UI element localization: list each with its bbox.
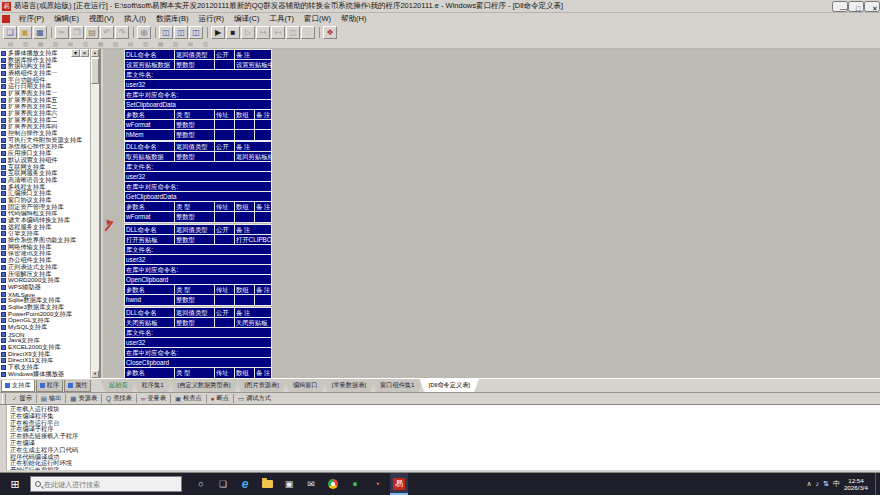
table-cell[interactable] bbox=[255, 295, 271, 305]
store-icon[interactable]: ▣ bbox=[280, 473, 298, 495]
secondary-toolbar-button[interactable]: ▧ bbox=[109, 40, 122, 48]
library-item[interactable]: 高清晰语音支持库 bbox=[0, 177, 90, 184]
menu-item[interactable]: 编译(C) bbox=[229, 14, 264, 24]
table-cell[interactable]: user32 bbox=[125, 338, 271, 347]
window-layout-2-button[interactable]: ◫ bbox=[174, 26, 188, 39]
taskbar-search[interactable] bbox=[30, 476, 182, 492]
maximize-button[interactable]: □ bbox=[848, 1, 864, 12]
library-item[interactable]: WORD2000支持库 bbox=[0, 277, 90, 284]
checkpoint-button[interactable]: ▣检查点 bbox=[172, 394, 205, 404]
table-cell[interactable]: 返回剪贴板格式的内容 bbox=[235, 152, 271, 161]
library-item[interactable]: 扩展界面支持库三 bbox=[0, 104, 90, 111]
clock[interactable]: 12:54 2026/3/4 bbox=[844, 477, 868, 491]
secondary-toolbar-button[interactable]: ▦ bbox=[94, 40, 107, 48]
document-tab[interactable]: [Dll命令定义表] bbox=[419, 379, 479, 392]
resource-table-button[interactable]: ▦资源表 bbox=[67, 394, 100, 404]
table-cell[interactable]: hMem bbox=[125, 130, 175, 140]
secondary-toolbar-button[interactable]: ▧ bbox=[169, 40, 182, 48]
window-layout-1-button[interactable]: ◫ bbox=[159, 26, 173, 39]
table-cell[interactable] bbox=[235, 130, 255, 140]
library-item[interactable]: 谚文本编码转换支持库 bbox=[0, 217, 90, 224]
library-item[interactable]: 互联网服务支持库 bbox=[0, 170, 90, 177]
table-cell[interactable] bbox=[215, 235, 235, 244]
table-cell[interactable] bbox=[255, 212, 271, 222]
library-item[interactable]: 窗口协议支持库 bbox=[0, 197, 90, 204]
library-item[interactable]: 办公组件支持库 bbox=[0, 257, 90, 264]
find-button[interactable]: ◎ bbox=[137, 26, 151, 39]
table-cell[interactable]: hwnd bbox=[125, 295, 175, 305]
library-item[interactable]: 远程服务支持库 bbox=[0, 224, 90, 231]
library-item[interactable]: 数据结构支持库 bbox=[0, 63, 90, 70]
secondary-toolbar-button[interactable]: ▦ bbox=[154, 40, 167, 48]
green-app-icon[interactable]: ● bbox=[346, 473, 364, 495]
library-item[interactable]: 扩展界面支持库五 bbox=[0, 97, 90, 104]
task-view-icon[interactable]: ❏ bbox=[214, 473, 232, 495]
table-cell[interactable] bbox=[235, 212, 255, 222]
library-item[interactable]: 操作系统界面功能支持库 bbox=[0, 237, 90, 244]
sidebar-tab[interactable]: 支持库 bbox=[1, 380, 35, 392]
pause-button[interactable]: ◫ bbox=[286, 26, 300, 39]
copy-button[interactable]: ❐ bbox=[70, 26, 84, 39]
debug-mode-button[interactable]: ▭调试方式 bbox=[235, 394, 274, 404]
open-button[interactable]: ▣ bbox=[18, 26, 32, 39]
menu-item[interactable]: 编辑(E) bbox=[49, 14, 84, 24]
save-button[interactable]: ▦ bbox=[33, 26, 47, 39]
library-item[interactable]: 保密通讯支持库 bbox=[0, 251, 90, 258]
library-item[interactable]: 扩展界面支持库一 bbox=[0, 90, 90, 97]
hidden-icons-chevron[interactable]: ∧ bbox=[806, 480, 811, 488]
library-item[interactable]: 表格组件支持库一 bbox=[0, 70, 90, 77]
table-cell[interactable] bbox=[215, 295, 235, 305]
sidebar-scrollbar[interactable]: ▲ ▼ bbox=[90, 49, 99, 378]
scroll-up-icon[interactable]: ▲ bbox=[91, 49, 99, 57]
variable-table-button[interactable]: ∞变量表 bbox=[138, 394, 169, 404]
library-item[interactable]: XMLSave bbox=[0, 291, 90, 298]
library-item[interactable]: 平台功能组件 bbox=[0, 77, 90, 84]
table-cell[interactable]: 取剪贴板数据 bbox=[125, 152, 175, 161]
library-item[interactable]: Sqlite数据库支持库 bbox=[0, 297, 90, 304]
table-cell[interactable] bbox=[255, 130, 271, 140]
table-cell[interactable]: 打开CLIPBOARD bbox=[235, 235, 271, 244]
minimize-button[interactable]: — bbox=[832, 1, 848, 12]
library-item[interactable]: 多线程支持库 bbox=[0, 184, 90, 191]
library-item[interactable]: 扩展界面支持库四 bbox=[0, 124, 90, 131]
cortana-icon[interactable]: ○ bbox=[192, 473, 210, 495]
document-tab[interactable]: [常量数据表] bbox=[323, 379, 375, 392]
library-item[interactable]: 默认设置支持组件 bbox=[0, 157, 90, 164]
start-button[interactable]: ⊞ bbox=[0, 473, 30, 495]
menu-item[interactable]: 帮助(H) bbox=[336, 14, 371, 24]
table-cell[interactable] bbox=[215, 318, 235, 327]
table-cell[interactable] bbox=[215, 120, 235, 129]
ime-indicator[interactable]: 中 bbox=[833, 479, 840, 489]
table-cell[interactable]: 设置剪贴板数据 bbox=[125, 60, 175, 69]
library-item[interactable]: 扩展界面支持库二 bbox=[0, 117, 90, 124]
table-cell[interactable] bbox=[215, 60, 235, 69]
library-item[interactable]: OpenGL支持库 bbox=[0, 318, 90, 325]
menu-item[interactable]: 窗口(W) bbox=[299, 14, 336, 24]
secondary-toolbar-button[interactable]: ▧ bbox=[49, 40, 62, 48]
toolbar-grip[interactable] bbox=[2, 394, 6, 404]
table-cell[interactable]: 整数型 bbox=[175, 130, 215, 140]
table-cell[interactable]: 整数型 bbox=[175, 235, 215, 244]
table-cell[interactable]: 整数型 bbox=[175, 318, 215, 327]
elang-taskbar-icon[interactable]: 易 bbox=[390, 473, 408, 495]
library-item[interactable]: 扩展界面支持库六 bbox=[0, 110, 90, 117]
library-item[interactable]: 正则表达式支持库 bbox=[0, 264, 90, 271]
table-cell[interactable]: user32 bbox=[125, 255, 271, 264]
network-icon[interactable]: ⇅ bbox=[823, 480, 829, 488]
secondary-toolbar-button[interactable]: ▤ bbox=[124, 40, 137, 48]
close-panel-button[interactable]: × bbox=[80, 49, 89, 57]
table-cell[interactable]: 关闭剪贴板 bbox=[125, 318, 175, 327]
tip-button[interactable]: ✓提示 bbox=[9, 394, 35, 404]
table-cell[interactable]: 整数型 bbox=[175, 60, 215, 69]
library-item[interactable]: Java支持库 bbox=[0, 338, 90, 345]
menu-item[interactable]: 运行(R) bbox=[194, 14, 229, 24]
table-cell[interactable] bbox=[235, 295, 255, 305]
library-item[interactable]: Windows媒体播放器 bbox=[0, 371, 90, 378]
table-cell[interactable]: SetClipboardData bbox=[125, 100, 271, 109]
library-item[interactable]: 网络传输支持库 bbox=[0, 244, 90, 251]
document-tab[interactable]: 编辑窗口 bbox=[284, 379, 327, 392]
about-button[interactable]: ❖ bbox=[323, 26, 337, 39]
library-item[interactable]: 可执行文件附加资源支持库 bbox=[0, 137, 90, 144]
run-button[interactable]: ▶ bbox=[211, 26, 225, 39]
table-cell[interactable] bbox=[215, 212, 235, 222]
